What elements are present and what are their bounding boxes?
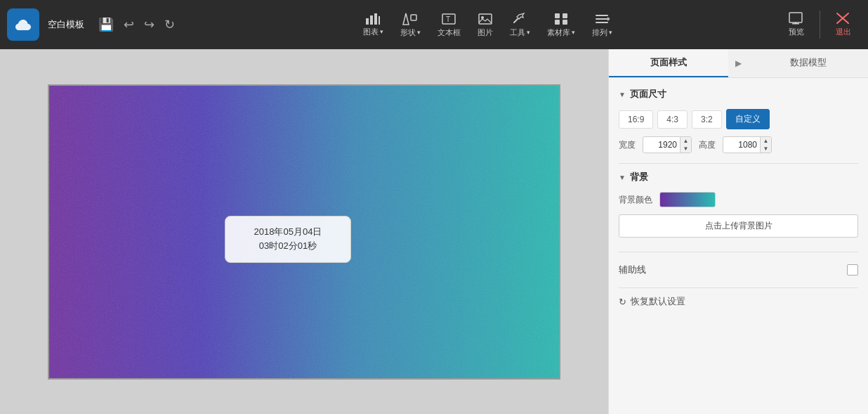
app-title: 空白模板 (48, 18, 84, 31)
guide-checkbox[interactable] (847, 264, 858, 276)
restore-label: 恢复默认设置 (631, 295, 685, 308)
datetime-widget[interactable]: 2018年05月04日 03时02分01秒 (225, 216, 351, 264)
app-logo (7, 8, 39, 41)
tab-page-style[interactable]: 页面样式 (609, 49, 728, 77)
shape-caret: ▾ (417, 29, 421, 36)
width-spinners: ▲ ▼ (680, 137, 691, 153)
width-up-btn[interactable]: ▲ (680, 137, 691, 145)
svg-rect-9 (555, 13, 560, 18)
panel-collapse-btn[interactable]: ▶ (728, 49, 749, 77)
save-icon[interactable]: 💾 (98, 17, 114, 32)
toolbar-right: 预览 退出 (779, 9, 861, 40)
svg-rect-18 (789, 13, 802, 22)
bg-color-row: 背景颜色 (619, 192, 858, 207)
height-spinners: ▲ ▼ (760, 137, 771, 153)
textbox-label: 文本框 (438, 27, 461, 38)
chart-tool-btn[interactable]: 图表 ▾ (363, 13, 383, 37)
bg-caret: ▼ (619, 174, 626, 181)
library-tool-btn[interactable]: 素材库 ▾ (547, 12, 575, 38)
tool-caret: ▾ (527, 29, 530, 36)
page-size-section-title: ▼ 页面尺寸 (619, 88, 858, 101)
page-size-caret: ▼ (619, 91, 626, 98)
arrange-label: 排列 (592, 27, 607, 38)
canvas-area: 2018年05月04日 03时02分01秒 (0, 49, 608, 414)
bg-section-title: ▼ 背景 (619, 171, 858, 183)
tool-label: 工具 (510, 27, 525, 38)
size-options-row: 16:9 4:3 3:2 自定义 (619, 109, 858, 129)
svg-rect-11 (555, 20, 560, 25)
toolbar-actions: 💾 ↩ ↪ ↻ (98, 17, 175, 32)
tab-data-model[interactable]: 数据模型 (749, 49, 869, 77)
divider-2 (619, 252, 858, 252)
height-input[interactable] (723, 138, 760, 152)
arrange-tool-btn[interactable]: 排列 ▾ (592, 12, 612, 38)
datetime-line1: 2018年05月04日 (238, 225, 338, 240)
height-input-wrap: ▲ ▼ (723, 136, 772, 153)
dimension-row: 宽度 ▲ ▼ 高度 ▲ ▼ (619, 136, 858, 153)
svg-rect-1 (370, 15, 373, 25)
bg-section: ▼ 背景 背景颜色 点击上传背景图片 (619, 171, 858, 245)
size-btn-4-3[interactable]: 4:3 (657, 110, 688, 129)
svg-rect-4 (411, 15, 416, 20)
width-label: 宽度 (619, 139, 636, 151)
width-down-btn[interactable]: ▼ (680, 145, 691, 153)
width-input[interactable] (643, 138, 680, 152)
svg-rect-3 (379, 16, 380, 25)
svg-rect-7 (479, 14, 492, 24)
datetime-line2: 03时02分01秒 (238, 239, 338, 254)
topbar: 空白模板 💾 ↩ ↪ ↻ 图表 ▾ 形状 (0, 0, 868, 49)
right-panel: 页面样式 ▶ 数据模型 ▼ 页面尺寸 16:9 4:3 3:2 自定义 宽度 (608, 49, 868, 414)
svg-text:T: T (446, 15, 450, 23)
image-label: 图片 (478, 27, 493, 38)
arrange-caret: ▾ (609, 29, 612, 36)
chart-label: 图表 (363, 27, 379, 37)
bg-color-label: 背景颜色 (619, 194, 652, 206)
library-caret: ▾ (572, 29, 575, 36)
svg-rect-0 (366, 18, 369, 25)
library-label: 素材库 (547, 27, 570, 38)
textbox-tool-btn[interactable]: T 文本框 (438, 12, 461, 38)
title-area: 空白模板 (48, 18, 84, 31)
preview-btn[interactable]: 预览 (779, 9, 814, 40)
upload-bg-btn[interactable]: 点击上传背景图片 (619, 214, 858, 238)
height-down-btn[interactable]: ▼ (760, 145, 771, 153)
restore-defaults-btn[interactable]: ↻ 恢复默认设置 (619, 295, 858, 308)
refresh-icon[interactable]: ↻ (164, 17, 175, 32)
divider-3 (619, 287, 858, 288)
size-btn-3-2[interactable]: 3:2 (692, 110, 722, 129)
bg-color-picker[interactable] (659, 192, 716, 207)
guide-label: 辅助线 (619, 264, 646, 276)
shape-tool-btn[interactable]: 形状 ▾ (400, 12, 421, 38)
guide-row: 辅助线 (619, 259, 858, 280)
tool-btn[interactable]: 工具 ▾ (510, 12, 530, 38)
image-tool-btn[interactable]: 图片 (478, 12, 493, 38)
shape-label: 形状 (400, 27, 416, 38)
svg-rect-12 (563, 20, 567, 25)
panel-page-style-content: ▼ 页面尺寸 16:9 4:3 3:2 自定义 宽度 ▲ ▼ 高度 (609, 78, 868, 414)
exit-label: 退出 (836, 27, 851, 37)
size-btn-16-9[interactable]: 16:9 (619, 110, 653, 129)
chart-caret: ▾ (380, 28, 383, 35)
divider-1 (619, 163, 858, 164)
exit-btn[interactable]: 退出 (826, 9, 861, 40)
preview-label: 预览 (789, 27, 804, 37)
svg-rect-20 (794, 22, 797, 24)
height-label: 高度 (699, 139, 716, 151)
redo-icon[interactable]: ↪ (144, 17, 154, 32)
size-btn-custom[interactable]: 自定义 (726, 109, 770, 129)
undo-icon[interactable]: ↩ (124, 17, 134, 32)
main-content: 2018年05月04日 03时02分01秒 页面样式 ▶ 数据模型 ▼ 页面尺寸… (0, 49, 868, 414)
toolbar-middle: 图表 ▾ 形状 ▾ T 文本框 (196, 12, 779, 38)
svg-rect-2 (374, 13, 377, 25)
panel-tabs: 页面样式 ▶ 数据模型 (609, 49, 868, 78)
height-up-btn[interactable]: ▲ (760, 137, 771, 145)
canvas-wrapper[interactable]: 2018年05月04日 03时02分01秒 (48, 84, 560, 380)
svg-rect-10 (563, 13, 567, 18)
restore-icon: ↻ (619, 297, 626, 307)
width-input-wrap: ▲ ▼ (643, 136, 692, 153)
